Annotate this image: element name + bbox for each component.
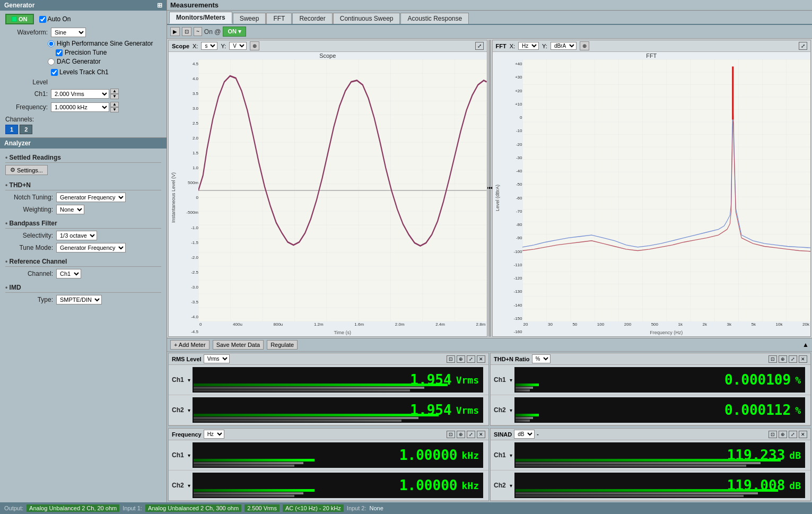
thd-icon-btn-2[interactable]: ⊕ [779,355,787,363]
sinad-ch1-dropdown[interactable]: ▾ [510,452,512,458]
on-at-btn[interactable]: ON ▾ [223,27,246,37]
scope-y-select[interactable]: V [229,42,247,50]
dac-gen-radio[interactable] [48,58,55,65]
thd-ch1-dropdown[interactable]: ▾ [510,377,512,383]
selectivity-row: Selectivity: 1/3 octave [5,231,161,240]
rms-ch1-label: Ch1 [172,376,188,384]
type-label: Type: [5,296,53,303]
frequency-unit-select[interactable]: Hz [204,430,224,439]
frequency-up[interactable]: ▲ [110,102,119,107]
tab-sweep[interactable]: Sweep [233,13,266,24]
tab-recorder[interactable]: Recorder [292,13,332,24]
thd-ch2-dropdown[interactable]: ▾ [510,407,512,413]
scope-y-label: Y: [221,43,226,49]
add-meter-btn[interactable]: + Add Meter [170,340,209,350]
rms-ch1-display: 1.954 Vrms [193,367,483,393]
fft-svg-container: 20 30 50 100 200 500 1k 2k 3k 5k 10k [522,59,811,336]
frequency-down[interactable]: ▼ [110,107,119,112]
fft-x-tick-10: 10k [776,322,783,329]
freq-ch2-dropdown[interactable]: ▾ [188,483,190,489]
sinad-icon-btn-2[interactable]: ⊕ [779,431,787,438]
freq-expand-btn[interactable]: ⤢ [467,431,475,438]
input1-label: Input 1: [123,505,142,511]
auto-on-label[interactable]: Auto On [39,15,71,23]
thd-ch1-bars [516,384,804,391]
right-panel: Measurements Monitors/Meters Sweep FFT R… [167,0,812,502]
fft-x-select[interactable]: Hz [518,42,539,50]
regulate-btn[interactable]: Regulate [267,340,298,350]
thd-expand-btn[interactable]: ⤢ [789,355,797,363]
scope-y-tick-15: -3.0 [178,285,198,290]
save-meter-data-btn[interactable]: Save Meter Data [213,340,264,350]
scope-x-tick-0: 0 [199,322,202,329]
selectivity-select[interactable]: 1/3 octave [56,231,97,240]
meters-grid-2: Frequency Hz ⊡ ⊕ ⤢ ✕ [167,427,812,502]
thd-n-unit-select[interactable]: % [532,354,551,363]
sinad-close-btn[interactable]: ✕ [799,431,807,438]
analyzer-section: Analyzer • Settled Readings ⚙ Settings..… [0,138,167,310]
freq-close-btn[interactable]: ✕ [477,431,485,438]
thd-ch1-bar1 [516,384,539,386]
fft-y-ticks: +40 +30 +20 +10 0 -10 -20 -30 -40 -50 -6… [502,59,522,336]
ch1-level-down[interactable]: ▼ [110,94,119,99]
auto-on-checkbox[interactable] [39,16,46,23]
tune-mode-select[interactable]: Generator Frequency [56,243,126,252]
rms-icon-btn-2[interactable]: ⊕ [457,355,465,363]
tab-acoustic-response[interactable]: Acoustic Response [400,13,469,24]
scope-expand-btn[interactable]: ⤢ [475,42,484,50]
toolbar-btn-1[interactable]: ▶ [170,27,180,36]
fft-y-select[interactable]: dBrA [551,42,577,50]
settings-button[interactable]: ⚙ Settings... [5,165,48,175]
freq-icon-btn-2[interactable]: ⊕ [457,431,465,438]
thd-ch1-row: Ch1 ▾ 0.000109 % [491,365,810,395]
tab-monitors-meters[interactable]: Monitors/Meters [169,12,232,24]
sinad-icon-btn-1[interactable]: ⊡ [769,431,777,438]
rms-level-header: RMS Level Vrms ⊡ ⊕ ⤢ ✕ [169,353,488,365]
toolbar-btn-2[interactable]: ⊡ [182,27,191,36]
rms-icon-btn-1[interactable]: ⊡ [447,355,455,363]
waveform-select[interactable]: Sine Square Triangle [51,28,86,37]
scope-x-select[interactable]: s [201,42,217,50]
chart-divider[interactable]: ••• [488,40,491,337]
ch2-button[interactable]: 2 [20,125,32,134]
thd-icon-btn-1[interactable]: ⊡ [769,355,777,363]
fft-x-tick-4: 200 [624,322,631,329]
fft-y-6: -20 [502,142,522,147]
thd-close-btn[interactable]: ✕ [799,355,807,363]
rms-close-btn[interactable]: ✕ [477,355,485,363]
fft-y-19: -150 [502,316,522,321]
on-button[interactable]: ON [5,14,34,24]
levels-track-checkbox[interactable] [51,69,58,76]
rms-ch1-dropdown[interactable]: ▾ [188,377,190,383]
sinad-ch2-dropdown[interactable]: ▾ [510,483,512,489]
scope-settings-btn[interactable]: ⊕ [250,41,259,50]
meters-expand-btn[interactable]: ▲ [802,341,809,349]
tab-continuous-sweep[interactable]: Continuous Sweep [333,13,400,24]
tab-fft[interactable]: FFT [266,13,292,24]
fft-expand-btn[interactable]: ⤢ [799,42,807,50]
rms-ch2-dropdown[interactable]: ▾ [188,407,190,413]
freq-ch1-dropdown[interactable]: ▾ [188,452,190,458]
rms-level-unit-select[interactable]: Vrms [204,354,230,363]
type-select[interactable]: SMPTE/DIN [56,295,102,304]
sinad-unit-select[interactable]: dB [514,430,535,439]
fft-settings-btn[interactable]: ⊕ [580,41,589,50]
levels-track-label[interactable]: Levels Track Ch1 [51,68,109,76]
sinad-expand-btn[interactable]: ⤢ [789,431,797,438]
ch1-level-select[interactable]: 2.000 Vrms [51,89,109,99]
fft-x-tick-0: 20 [523,322,528,329]
scope-y-tick-2: 3.5 [178,91,198,96]
notch-tuning-label: Notch Tuning: [5,194,53,201]
notch-tuning-select[interactable]: Generator Frequency [56,193,126,202]
channel-select[interactable]: Ch1 Ch2 [56,269,81,278]
high-perf-radio[interactable] [48,40,55,47]
weighting-select[interactable]: None [56,205,84,214]
ch1-level-up[interactable]: ▲ [110,89,119,94]
toolbar-btn-3[interactable]: ~ [194,27,202,36]
precision-tune-checkbox[interactable] [56,49,63,56]
frequency-select[interactable]: 1.00000 kHz [51,102,109,112]
rms-expand-btn[interactable]: ⤢ [467,355,475,363]
ch1-button[interactable]: 1 [5,125,18,134]
freq-icon-btn-1[interactable]: ⊡ [447,431,455,438]
fft-x-tick-6: 1k [678,322,683,329]
